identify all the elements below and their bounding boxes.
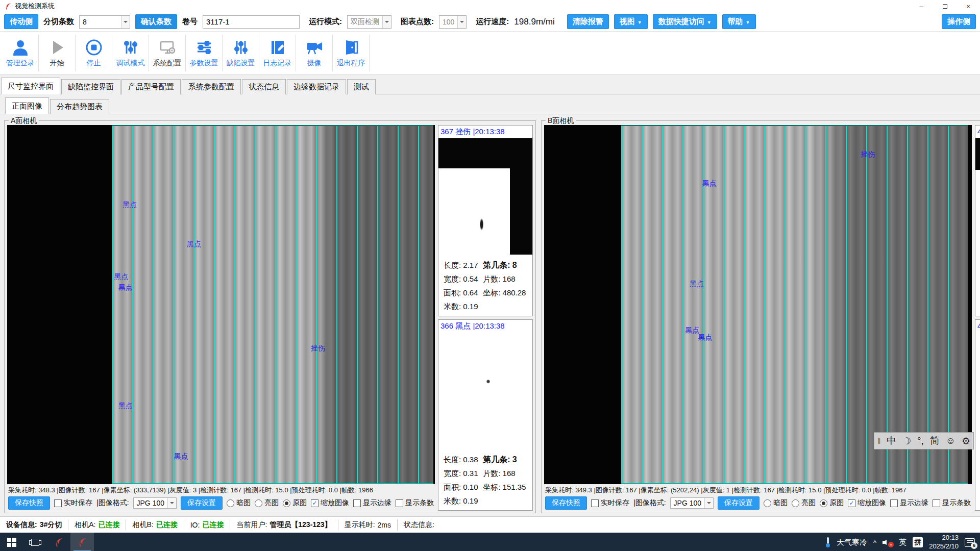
taskbar-app-1[interactable] <box>47 533 70 551</box>
camera-b-controls: 保存快照 实时保存 |图像格式: JPG 100 保存设置 暗图 亮图 原图 缩… <box>544 496 972 511</box>
camera-b-status: 已连接 <box>156 520 178 530</box>
save-settings-button[interactable]: 保存设置 <box>718 496 760 510</box>
image-format-select[interactable]: JPG 100 <box>133 497 177 509</box>
window-title: 视觉检测系统 <box>15 2 55 11</box>
minimize-button[interactable]: – <box>910 0 933 12</box>
log-record-button[interactable]: 日志记录 <box>259 35 296 71</box>
ime-toolbar: ‖ 中 ☽ °, 简 ☺ ⚙ <box>874 432 974 449</box>
dark-image-radio[interactable]: 暗图 <box>764 498 788 508</box>
save-snapshot-button[interactable]: 保存快照 <box>545 496 587 510</box>
admin-login-button[interactable]: 管理登录 <box>2 35 39 71</box>
ime-cn-en-toggle[interactable]: 中 <box>887 434 896 447</box>
tab-edge-data-record[interactable]: 边缘数据记录 <box>287 79 346 94</box>
defect-settings-button[interactable]: 缺陷设置 <box>223 35 259 71</box>
zoom-image-checkbox[interactable]: 缩放图像 <box>311 498 349 508</box>
start-button[interactable] <box>0 533 23 551</box>
moon-icon[interactable]: ☽ <box>902 435 911 447</box>
date-text: 2025/2/10 <box>929 542 959 550</box>
film-strips-b <box>621 126 968 484</box>
subtab-front-image[interactable]: 正面图像 <box>5 97 49 114</box>
original-image-radio[interactable]: 原图 <box>283 498 307 508</box>
clear-alarm-button[interactable]: 清除报警 <box>567 14 609 29</box>
tab-system-param-config[interactable]: 系统参数配置 <box>182 79 241 94</box>
chevron-down-icon <box>704 498 713 508</box>
operator-side-button[interactable]: 操作侧 <box>942 14 976 29</box>
drive-side-button[interactable]: 传动侧 <box>4 14 38 29</box>
chart-points-select[interactable]: 100 <box>439 15 467 29</box>
tab-size-monitor[interactable]: 尺寸监控界面 <box>1 78 60 94</box>
radio-selected-icon <box>283 499 290 507</box>
defect-card: 366 黑点 |20:13:38 长度: 0.38 第几条: 3 宽度: 0.3… <box>438 319 533 511</box>
tab-status-info[interactable]: 状态信息 <box>242 79 286 94</box>
data-quick-access-menu-button[interactable]: 数据快捷访问▼ <box>653 14 717 29</box>
gear-icon[interactable]: ⚙ <box>962 435 970 447</box>
checkbox-checked-icon <box>311 499 318 507</box>
run-mode-select[interactable]: 双面检测 <box>347 15 391 29</box>
maximize-button[interactable] <box>933 0 957 12</box>
view-menu-button[interactable]: 视图▼ <box>614 14 648 29</box>
tab-product-model-config[interactable]: 产品型号配置 <box>121 79 181 94</box>
exit-program-button[interactable]: 退出程序 <box>333 35 370 71</box>
slit-count-select[interactable]: 8 <box>79 15 130 29</box>
system-config-button[interactable]: 系统配置 <box>149 35 186 71</box>
speaker-muted-icon[interactable]: × <box>883 538 893 546</box>
help-menu-button[interactable]: 帮助▼ <box>722 14 756 29</box>
stop-button[interactable]: 停止 <box>76 35 112 71</box>
zoom-image-checkbox[interactable]: 缩放图像 <box>848 498 886 508</box>
checkbox-icon <box>353 499 361 507</box>
defect-column-a: 367 挫伤 |20:13:38 长度: 2.17 第几条: 8 宽度: 0.5… <box>438 125 533 511</box>
play-icon <box>48 38 66 57</box>
display-time-value: 2ms <box>378 521 391 529</box>
capture-button[interactable]: 摄像 <box>296 35 333 71</box>
subtab-trend-chart[interactable]: 分布趋势图表 <box>50 99 109 114</box>
show-count-checkbox[interactable]: 显示条数 <box>396 498 434 508</box>
device-info-label: 设备信息: <box>6 520 37 530</box>
defect-settings-icon <box>232 38 250 57</box>
ime-mode-indicator[interactable]: 拼 <box>913 537 923 547</box>
taskbar-app-2-active[interactable] <box>70 533 94 551</box>
run-mode-label: 运行模式: <box>309 17 342 27</box>
show-edge-checkbox[interactable]: 显示边缘 <box>890 498 928 508</box>
notification-center-icon[interactable]: 6 <box>965 538 975 547</box>
dark-image-radio[interactable]: 暗图 <box>227 498 251 508</box>
tab-defect-monitor[interactable]: 缺陷监控界面 <box>61 79 120 94</box>
punctuation-toggle[interactable]: °, <box>917 435 924 446</box>
ime-drag-handle[interactable]: ‖ <box>877 437 880 445</box>
bright-image-radio[interactable]: 亮图 <box>792 498 816 508</box>
emoji-icon[interactable]: ☺ <box>946 435 955 446</box>
original-image-radio[interactable]: 原图 <box>820 498 844 508</box>
tray-expand-chevron[interactable]: ^ <box>873 539 876 546</box>
app-logo-icon <box>77 537 87 547</box>
defect-annotation: 黑点 <box>698 333 713 342</box>
close-button[interactable]: × <box>957 0 980 12</box>
param-settings-button[interactable]: 参数设置 <box>186 35 223 71</box>
task-view-button[interactable] <box>23 533 47 551</box>
realtime-save-checkbox[interactable]: 实时保存 <box>54 498 92 508</box>
defect-header: 478 挫伤 |20:13:38 <box>975 320 980 333</box>
chevron-down-icon <box>167 498 176 508</box>
image-format-select[interactable]: JPG 100 <box>670 497 714 509</box>
panel-a: A面相机 黑点黑点黑点黑点挫伤黑点黑点 采集耗时: 348.3 |图像计数: 1… <box>4 120 536 513</box>
checkbox-checked-icon <box>848 499 855 507</box>
image-format-label: |图像格式: <box>96 498 129 508</box>
realtime-save-checkbox[interactable]: 实时保存 <box>591 498 629 508</box>
chart-points-label: 图表点数: <box>401 17 434 27</box>
show-count-checkbox[interactable]: 显示条数 <box>933 498 971 508</box>
tab-test[interactable]: 测试 <box>347 79 376 94</box>
save-settings-button[interactable]: 保存设置 <box>181 496 223 510</box>
debug-mode-button[interactable]: 调试模式 <box>112 35 149 71</box>
taskbar-clock[interactable]: 20:13 2025/2/10 <box>929 534 959 551</box>
defect-annotation: 黑点 <box>174 452 188 461</box>
save-snapshot-button[interactable]: 保存快照 <box>8 496 50 510</box>
chevron-down-icon: ▼ <box>707 20 712 25</box>
checkbox-icon <box>396 499 403 507</box>
start-button[interactable]: 开始 <box>39 35 76 71</box>
confirm-count-button[interactable]: 确认条数 <box>135 14 177 29</box>
show-edge-checkbox[interactable]: 显示边缘 <box>353 498 391 508</box>
bright-image-radio[interactable]: 亮图 <box>255 498 279 508</box>
defect-header: 367 挫伤 |20:13:38 <box>438 126 532 138</box>
simplified-toggle[interactable]: 简 <box>930 434 940 447</box>
roll-number-input[interactable] <box>203 15 300 29</box>
language-indicator[interactable]: 英 <box>899 538 906 547</box>
defect-annotation: 黑点 <box>118 283 133 292</box>
